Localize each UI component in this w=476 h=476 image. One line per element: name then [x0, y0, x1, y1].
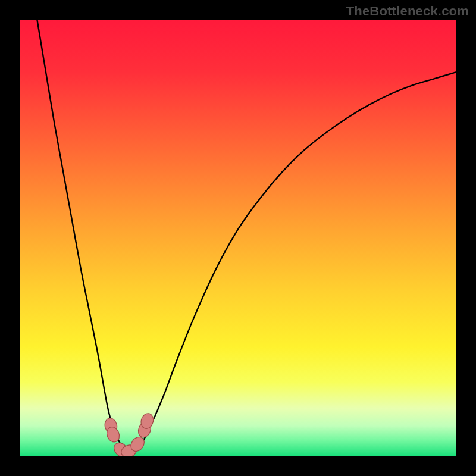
chart-frame: TheBottleneck.com: [0, 0, 476, 476]
chart-svg: [0, 0, 476, 476]
attribution-text: TheBottleneck.com: [346, 4, 469, 19]
plot-background: [20, 20, 456, 456]
